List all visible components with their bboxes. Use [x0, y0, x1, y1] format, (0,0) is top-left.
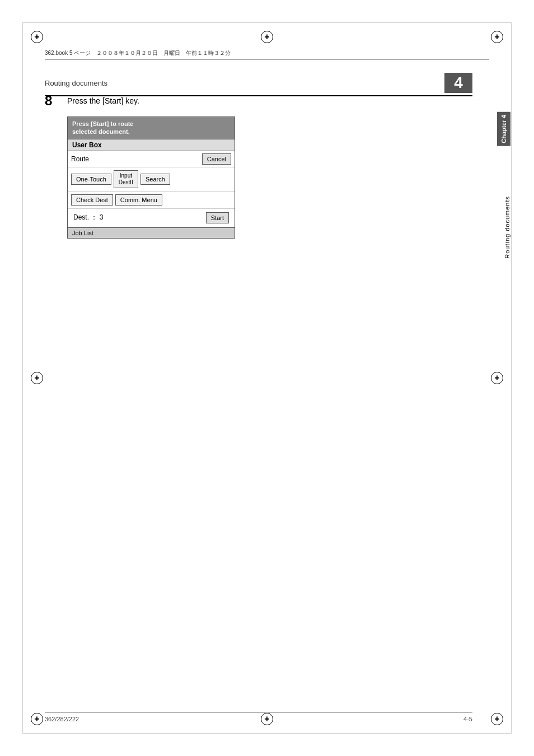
job-list-footer: Job List	[68, 227, 235, 238]
step-container: 8 Press the [Start] key. Press [Start] t…	[45, 94, 472, 239]
input-dest-button[interactable]: InputDestII	[114, 170, 138, 188]
check-dest-row: Check Dest Comm. Menu	[68, 192, 235, 209]
one-touch-button[interactable]: One-Touch	[71, 174, 111, 185]
step-text: Press the [Start] key.	[67, 94, 139, 105]
cancel-button[interactable]: Cancel	[202, 153, 231, 165]
route-label: Route	[71, 155, 89, 163]
start-button[interactable]: Start	[206, 212, 229, 223]
chapter-header: Routing documents 4	[45, 73, 472, 96]
dest-start-row: Dest. ： 3 Start	[68, 209, 235, 227]
panel-header-line1: Press [Start] to route	[72, 120, 133, 127]
chapter-title: Routing documents	[45, 79, 107, 87]
search-button[interactable]: Search	[140, 174, 170, 185]
footer-left: 362/282/222	[45, 716, 79, 722]
dest-label: Dest. ： 3	[73, 213, 103, 222]
step-number: 8	[45, 94, 60, 108]
footer-right: 4-5	[463, 716, 472, 722]
panel-section-title: User Box	[68, 139, 235, 151]
file-info: 362.book 5 ページ ２００８年１０月２０日 月曜日 午前１１時３２分	[45, 49, 231, 57]
panel-header: Press [Start] to route selected document…	[68, 117, 235, 139]
route-cancel-row: Route Cancel	[68, 151, 235, 167]
step-line: 8 Press the [Start] key.	[45, 94, 472, 108]
bottom-info: 362/282/222 4-5	[45, 712, 472, 722]
panel-header-line2: selected document.	[72, 128, 130, 135]
check-dest-button[interactable]: Check Dest	[71, 194, 113, 206]
comm-menu-button[interactable]: Comm. Menu	[115, 194, 162, 206]
chapter-sidebar-label: Chapter 4	[497, 112, 510, 146]
file-metadata: 362.book 5 ページ ２００８年１０月２０日 月曜日 午前１１時３２分	[45, 49, 489, 60]
chapter-number: 4	[444, 73, 472, 93]
routing-sidebar-label: Routing documents	[504, 196, 510, 259]
input-buttons-row: One-Touch InputDestII Search	[68, 167, 235, 192]
device-screen-panel: Press [Start] to route selected document…	[67, 116, 235, 239]
